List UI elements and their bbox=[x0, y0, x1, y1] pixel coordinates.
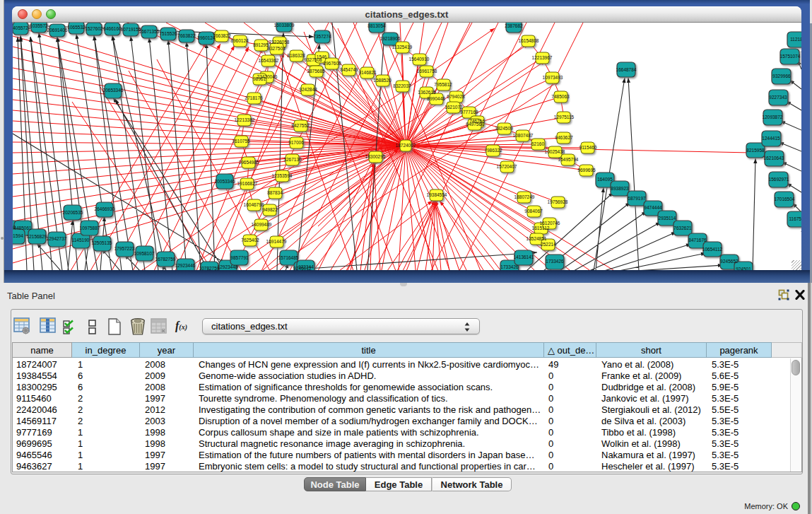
svg-text:1733426: 1733426 bbox=[500, 264, 519, 269]
svg-text:1621072: 1621072 bbox=[445, 105, 463, 110]
svg-text:8960124: 8960124 bbox=[230, 38, 249, 43]
svg-text:15495794: 15495794 bbox=[558, 157, 579, 162]
svg-text:917006: 917006 bbox=[288, 140, 304, 145]
svg-text:252214: 252214 bbox=[541, 242, 556, 247]
svg-text:9115460: 9115460 bbox=[579, 145, 597, 150]
svg-text:12942737: 12942737 bbox=[47, 236, 67, 241]
svg-text:6466160: 6466160 bbox=[103, 26, 122, 31]
svg-text:14136141: 14136141 bbox=[514, 255, 534, 259]
svg-text:1362615: 1362615 bbox=[418, 90, 436, 95]
svg-text:8427552: 8427552 bbox=[291, 123, 310, 128]
svg-text:1527602: 1527602 bbox=[85, 26, 103, 31]
svg-text:8186328: 8186328 bbox=[287, 53, 305, 58]
svg-text:2967608: 2967608 bbox=[323, 61, 341, 66]
svg-text:9463627: 9463627 bbox=[555, 135, 573, 140]
svg-text:922344: 922344 bbox=[298, 264, 314, 269]
svg-text:12213382: 12213382 bbox=[235, 117, 255, 122]
svg-text:8990448: 8990448 bbox=[427, 96, 445, 101]
svg-text:16648784: 16648784 bbox=[616, 67, 637, 72]
svg-text:18300295: 18300295 bbox=[365, 154, 386, 159]
svg-text:9474444: 9474444 bbox=[644, 205, 662, 210]
svg-text:17016504: 17016504 bbox=[775, 197, 795, 201]
svg-text:20653346: 20653346 bbox=[103, 88, 124, 93]
svg-text:10973493: 10973493 bbox=[543, 75, 563, 80]
svg-text:7625402: 7625402 bbox=[241, 238, 259, 243]
svg-text:12353594: 12353594 bbox=[272, 173, 293, 178]
svg-text:20206535: 20206535 bbox=[63, 210, 83, 215]
svg-text:19384554: 19384554 bbox=[427, 192, 447, 197]
svg-text:6794028: 6794028 bbox=[447, 94, 465, 99]
svg-text:12213967: 12213967 bbox=[532, 55, 553, 60]
svg-text:14055724: 14055724 bbox=[13, 25, 31, 30]
svg-text:7515526: 7515526 bbox=[159, 31, 177, 36]
svg-text:19654985: 19654985 bbox=[239, 160, 259, 165]
svg-text:7663822: 7663822 bbox=[177, 33, 196, 38]
svg-text:17957223: 17957223 bbox=[114, 246, 135, 251]
svg-text:10025438: 10025438 bbox=[545, 149, 565, 154]
svg-text:7955812: 7955812 bbox=[434, 82, 452, 87]
svg-text:23226058: 23226058 bbox=[269, 40, 290, 45]
svg-text:3824509: 3824509 bbox=[495, 126, 513, 131]
svg-text:12093872: 12093872 bbox=[763, 115, 783, 119]
svg-text:10719155: 10719155 bbox=[121, 27, 141, 32]
svg-text:11218: 11218 bbox=[790, 37, 801, 42]
svg-text:26466930: 26466930 bbox=[95, 206, 115, 211]
svg-text:19166827: 19166827 bbox=[237, 181, 258, 186]
svg-text:15692971: 15692971 bbox=[769, 177, 789, 182]
svg-text:3875685: 3875685 bbox=[307, 69, 325, 74]
svg-text:116753: 116753 bbox=[789, 216, 801, 221]
svg-text:164095: 164095 bbox=[597, 177, 613, 182]
svg-text:10975887: 10975887 bbox=[80, 226, 100, 230]
svg-text:8938923: 8938923 bbox=[611, 186, 629, 191]
svg-text:18807249: 18807249 bbox=[514, 194, 535, 199]
svg-text:9084067: 9084067 bbox=[524, 209, 543, 214]
svg-text:1610755: 1610755 bbox=[232, 139, 250, 144]
svg-text:1035572: 1035572 bbox=[30, 23, 48, 28]
svg-text:891295: 891295 bbox=[253, 42, 269, 47]
svg-text:8454749: 8454749 bbox=[340, 67, 358, 72]
svg-text:14099489: 14099489 bbox=[252, 222, 272, 227]
svg-text:9699695: 9699695 bbox=[577, 168, 596, 173]
svg-text:1065532: 1065532 bbox=[67, 25, 86, 30]
svg-text:13524851: 13524851 bbox=[526, 236, 547, 241]
svg-text:12156829: 12156829 bbox=[27, 234, 47, 239]
svg-text:16961758: 16961758 bbox=[417, 69, 437, 74]
svg-text:16210643: 16210643 bbox=[764, 156, 784, 160]
svg-text:1733426: 1733426 bbox=[546, 259, 564, 264]
svg-text:10958107: 10958107 bbox=[134, 251, 155, 256]
svg-text:2387682: 2387682 bbox=[505, 23, 523, 28]
svg-text:7986322: 7986322 bbox=[484, 148, 502, 153]
svg-text:16782759: 16782759 bbox=[155, 257, 176, 262]
svg-text:12975115: 12975115 bbox=[554, 115, 575, 119]
svg-text:62160: 62160 bbox=[531, 141, 544, 146]
svg-text:16033809: 16033809 bbox=[274, 23, 295, 28]
svg-text:8215958: 8215958 bbox=[746, 148, 765, 153]
svg-text:15751074: 15751074 bbox=[780, 54, 801, 59]
svg-text:7632621: 7632621 bbox=[673, 226, 692, 230]
svg-text:8322037: 8322037 bbox=[393, 83, 411, 88]
svg-text:9327503: 9327503 bbox=[267, 46, 286, 51]
svg-text:9329966: 9329966 bbox=[772, 74, 791, 78]
svg-text:9227343: 9227343 bbox=[769, 95, 787, 100]
svg-text:16914479: 16914479 bbox=[266, 239, 287, 244]
svg-text:1244415: 1244415 bbox=[762, 136, 780, 141]
svg-text:9857791: 9857791 bbox=[230, 255, 249, 260]
svg-text:9245652: 9245652 bbox=[720, 259, 739, 264]
svg-text:15640910: 15640910 bbox=[409, 57, 430, 62]
svg-text:3267130: 3267130 bbox=[283, 157, 302, 162]
svg-text:16671355: 16671355 bbox=[139, 29, 160, 34]
svg-text:1546: 1546 bbox=[317, 54, 327, 59]
svg-text:6497568: 6497568 bbox=[466, 122, 484, 127]
svg-text:98961: 98961 bbox=[253, 76, 266, 81]
svg-text:16543362: 16543362 bbox=[259, 58, 279, 63]
svg-text:7357274: 7357274 bbox=[313, 34, 331, 39]
svg-text:15716485: 15716485 bbox=[278, 255, 299, 260]
svg-text:7485063: 7485063 bbox=[551, 94, 570, 99]
svg-text:8471676: 8471676 bbox=[688, 238, 707, 243]
svg-text:1145190: 1145190 bbox=[72, 238, 90, 243]
svg-text:1615112: 1615112 bbox=[532, 226, 550, 230]
svg-text:12923446: 12923446 bbox=[175, 263, 196, 268]
svg-text:949822: 949822 bbox=[262, 207, 278, 212]
svg-text:1588520: 1588520 bbox=[373, 78, 392, 83]
svg-text:20053346: 20053346 bbox=[215, 179, 235, 184]
